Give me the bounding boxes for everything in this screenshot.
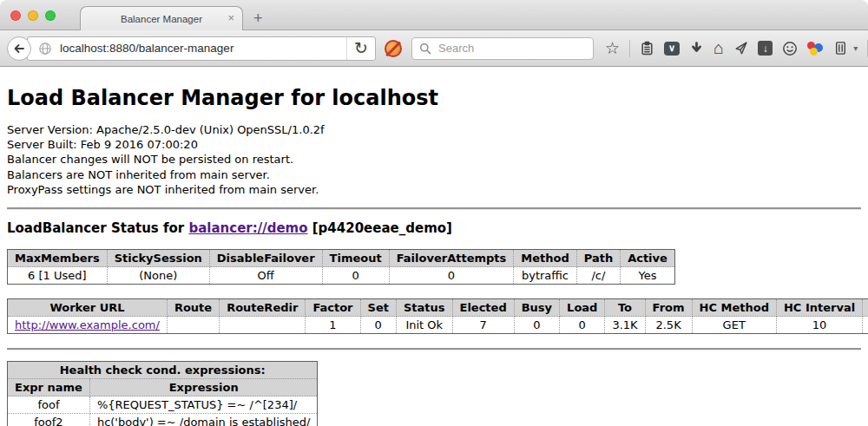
url-input[interactable] (58, 41, 346, 56)
balancer-demo-link[interactable]: balancer://demo (188, 220, 307, 236)
downloadhelper-icon[interactable] (807, 41, 824, 56)
back-arrow-icon (12, 42, 26, 56)
worker-cell: 7 (452, 317, 514, 334)
expression-cell: %{REQUEST_STATUS} =~ /^[234]/ (89, 397, 318, 414)
toolbar-button-row: ☆ ∨ ⌂ ↓ ▾ (605, 40, 868, 57)
health-header-row: Expr name Expression (8, 379, 318, 397)
worker-cell (220, 317, 306, 334)
balancer-cell: Off (209, 267, 322, 285)
server-built-line: Server Built: Feb 9 2016 07:00:20 (7, 137, 861, 152)
worker-cell: 0 (514, 317, 559, 334)
search-bar[interactable] (411, 37, 594, 60)
send-plane-icon[interactable] (733, 41, 748, 56)
inherit-notice-line: Balancers are NOT inherited from main se… (7, 167, 861, 182)
worker-url-link[interactable]: http://www.example.com/ (15, 318, 160, 331)
page-title: Load Balancer Manager for localhost (7, 86, 861, 110)
balancer-cell: 6 [1 Used] (8, 267, 108, 285)
balancer-cell: bytraffic (514, 267, 576, 285)
extension-download-icon[interactable]: ↓ (758, 41, 773, 56)
health-check-table: Health check cond. expressions: Expr nam… (7, 361, 318, 426)
worker-cell: Init Ok (396, 317, 452, 334)
bookmark-star-icon[interactable]: ☆ (605, 40, 620, 56)
proxypass-notice-line: ProxyPass settings are NOT inherited fro… (7, 182, 861, 197)
health-title-row: Health check cond. expressions: (8, 362, 318, 379)
worker-cell: 3.1K (605, 317, 645, 334)
tab-balancer-manager[interactable]: Balancer Manager × (80, 6, 243, 30)
site-identity-globe-icon (38, 42, 52, 56)
worker-column-header: Set (360, 299, 396, 317)
worker-column-header: Elected (452, 299, 514, 317)
new-tab-button[interactable]: + (253, 10, 263, 26)
server-info: Server Version: Apache/2.5.0-dev (Unix) … (7, 122, 861, 197)
close-window-button[interactable] (10, 10, 21, 21)
window-controls (10, 10, 56, 21)
balancer-header-row: MaxMembersStickySessionDisableFailoverTi… (8, 250, 675, 267)
downloads-icon[interactable] (689, 41, 704, 56)
browser-titlebar: Balancer Manager × + (0, 0, 868, 30)
balancer-column-header: FailoverAttempts (389, 250, 514, 267)
worker-column-header: Load (560, 299, 605, 317)
section-divider (7, 348, 861, 351)
worker-cell: 2.5K (645, 317, 692, 334)
reload-button[interactable]: ↻ (347, 40, 375, 56)
worker-column-header: HC Method (692, 299, 776, 317)
worker-column-header: RouteRedir (220, 299, 306, 317)
minimize-window-button[interactable] (28, 10, 38, 21)
fullscreen-window-button[interactable] (45, 10, 56, 21)
chevron-down-icon[interactable]: ▾ (853, 43, 858, 53)
worker-table: Worker URLRouteRouteRedirFactorSetStatus… (7, 298, 868, 334)
balancer-cell: 0 (322, 267, 389, 285)
section-divider (7, 207, 861, 210)
url-bar[interactable]: ↻ (27, 36, 376, 61)
worker-header-row: Worker URLRouteRouteRedirFactorSetStatus… (8, 299, 868, 317)
health-column-header: Expression (89, 379, 318, 397)
worker-column-header: To (605, 299, 645, 317)
server-version-line: Server Version: Apache/2.5.0-dev (Unix) … (7, 122, 861, 137)
search-icon (419, 43, 431, 55)
balancer-column-header: MaxMembers (8, 250, 108, 267)
search-input[interactable] (437, 41, 593, 56)
health-data-row: foof %{REQUEST_STATUS} =~ /^[234]/ (8, 397, 318, 414)
bookmarks-clipboard-icon[interactable] (640, 41, 654, 56)
health-table-title: Health check cond. expressions: (8, 362, 318, 379)
plugin-blocked-button[interactable] (385, 40, 402, 57)
balancer-cell: (None) (107, 267, 209, 285)
pocket-icon[interactable]: ∨ (664, 42, 680, 56)
balancer-column-header: Path (576, 250, 620, 267)
worker-column-header: From (645, 299, 692, 317)
worker-cell: GET (692, 317, 776, 334)
archive-panel-icon[interactable] (833, 41, 848, 56)
health-data-row: foof2 hc('body') =~ /domain is establish… (8, 414, 318, 426)
status-heading-suffix: [p4420eeae_demo] (308, 220, 452, 236)
worker-cell: 0 (560, 317, 605, 334)
worker-cell: 1 (306, 317, 360, 334)
balancer-column-header: Active (621, 250, 675, 267)
plugin-blocked-icon (385, 40, 402, 57)
worker-cell: 0 (360, 317, 396, 334)
balancer-column-header: Method (514, 250, 576, 267)
expr-name-cell: foof (8, 397, 90, 414)
balancer-settings-table: MaxMembersStickySessionDisableFailoverTi… (7, 249, 675, 285)
worker-cell: 10 (776, 317, 862, 334)
tab-close-icon[interactable]: × (227, 12, 234, 24)
browser-window: Balancer Manager × + ↻ ☆ ∨ ⌂ (0, 0, 868, 426)
worker-column-header: Status (396, 299, 452, 317)
home-icon[interactable]: ⌂ (713, 40, 724, 56)
worker-column-header: Passes (863, 299, 868, 317)
worker-url-cell: http://www.example.com/ (8, 317, 168, 334)
back-button[interactable] (7, 36, 31, 61)
expr-name-cell: foof2 (8, 414, 90, 426)
expression-cell: hc('body') =~ /domain is established/ (89, 414, 318, 426)
balancer-cell: Yes (621, 267, 675, 285)
emoji-smiley-icon[interactable] (782, 41, 798, 56)
tab-title: Balancer Manager (121, 14, 202, 24)
page-content: Load Balancer Manager for localhost Serv… (0, 67, 868, 426)
persist-notice-line: Balancer changes will NOT be persisted o… (7, 152, 861, 167)
worker-column-header: Factor (306, 299, 360, 317)
balancer-column-header: Timeout (322, 250, 389, 267)
worker-column-header: Busy (514, 299, 559, 317)
worker-column-header: Route (167, 299, 219, 317)
worker-cell: 1 (0) (863, 317, 868, 334)
worker-column-header: Worker URL (8, 299, 168, 317)
navigation-toolbar: ↻ ☆ ∨ ⌂ ↓ ▾ (0, 30, 868, 67)
